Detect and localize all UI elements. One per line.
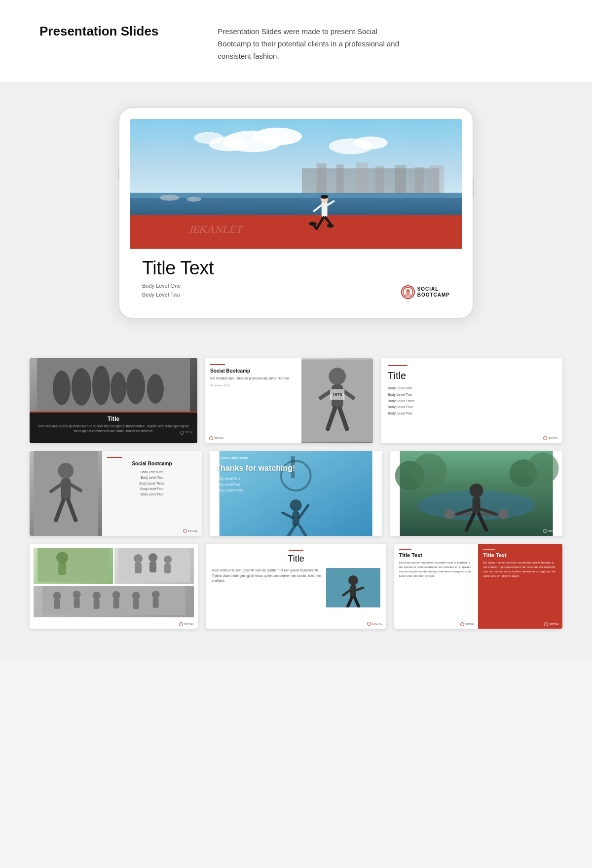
svg-point-86: [134, 554, 143, 563]
slides-row-3: SOCIAL Title Deze workout is zeer geschi…: [30, 544, 562, 629]
thumb8-red-line: [289, 550, 303, 551]
thumb5-levels: Body Level One Body Level Two Body Level…: [216, 476, 376, 493]
slides-row-2: Social Bootcamp Body Level One Body Leve…: [30, 451, 562, 536]
svg-rect-100: [113, 599, 119, 608]
slides-row-1: Title Deze workout is zeer geschikt voor…: [30, 358, 562, 443]
tablet-inner: JEKANLET: [130, 119, 462, 307]
thumb2-body: Het initiatief waar talent en profession…: [210, 376, 296, 381]
thumb4-red-line: [107, 457, 122, 458]
thumb4-levels: Body Level One Body Level Two Body Level…: [107, 469, 197, 496]
thumb4-logo: SOCIAL: [183, 529, 198, 533]
slide-thumb-4: Social Bootcamp Body Level One Body Leve…: [30, 451, 202, 536]
slides-grid: Title Deze workout is zeer geschikt voor…: [0, 343, 592, 661]
slide-thumb-3: Title Body Level One Body Level Two Body…: [381, 358, 562, 443]
svg-point-90: [164, 556, 172, 564]
thumb2-red-line: [210, 364, 225, 365]
svg-rect-104: [153, 598, 159, 608]
svg-rect-91: [164, 564, 171, 573]
thumb9-white-line: [483, 549, 495, 550]
svg-point-18: [186, 197, 201, 202]
thumb2-date: 31 oktober 2018: [210, 384, 296, 387]
header-section: Presentation Slides Presentation Slides …: [0, 0, 592, 82]
svg-rect-89: [149, 562, 156, 572]
svg-text:1673: 1673: [333, 393, 342, 398]
thumb2-logo: SOCIAL: [209, 436, 224, 440]
svg-point-101: [132, 592, 140, 600]
slide-hero-image: JEKANLET: [130, 119, 462, 247]
thumb7-cell-3: [34, 586, 194, 617]
slide-thumb-1: Title Deze workout is zeer geschikt voor…: [30, 358, 197, 443]
page-title: Presentation Slides: [39, 24, 158, 39]
svg-rect-8: [317, 163, 327, 195]
thumb8-inset-photo: [326, 568, 380, 607]
svg-point-95: [73, 591, 81, 599]
thumb1-body: Deze workout is zeer geschikt voor de sp…: [35, 424, 192, 433]
svg-point-30: [327, 224, 334, 228]
thumb2-photo: 1673: [301, 358, 373, 443]
slide-title: Title Text: [142, 258, 214, 279]
svg-point-23: [321, 195, 329, 199]
tablet-button-left: [118, 167, 119, 180]
slide-thumb-5: SOCIAL BOOTCAMP Thanks for watching! Bod…: [210, 451, 382, 536]
svg-rect-94: [54, 599, 60, 609]
svg-rect-96: [74, 598, 80, 608]
tablet-frame: JEKANLET: [118, 107, 474, 319]
svg-rect-84: [58, 563, 66, 575]
brand-logo-icon: [401, 285, 415, 299]
svg-rect-107: [350, 585, 356, 598]
tablet-section: JEKANLET: [0, 82, 592, 343]
svg-rect-13: [415, 167, 424, 195]
svg-point-103: [152, 591, 160, 599]
thumb6-logo: SOCIAL: [543, 529, 558, 533]
brand-name: SOCIAL BOOTCAMP: [417, 286, 450, 298]
hero-scene-svg: JEKANLET: [130, 119, 462, 247]
thumb9-title-a: Title Text: [399, 552, 474, 558]
svg-rect-53: [61, 478, 71, 500]
slide-thumb-7: SOCIAL: [30, 544, 198, 629]
slide-body-level-one: Body Level One Body Level Two: [142, 282, 214, 299]
svg-point-88: [148, 553, 157, 562]
tablet-button-right: [473, 177, 474, 197]
header-description: Presentation Slides were made to present…: [218, 24, 405, 62]
thumb3-body-list: Body Level One Body Level Two Body Level…: [388, 385, 555, 416]
thumb9-white-col: Title Text De beste manier om deze resul…: [394, 544, 479, 629]
thumb3-logo: SOCIAL: [543, 436, 558, 440]
thumb9-red-line: [399, 549, 411, 550]
svg-point-83: [56, 552, 68, 564]
svg-point-43: [329, 368, 346, 385]
slide-thumb-2: Social Bootcamp Het initiatief waar tale…: [205, 358, 373, 443]
thumb1-title: Title: [35, 415, 192, 422]
slide-thumb-9: Title Text De beste manier om deze resul…: [394, 544, 562, 629]
thumb4-title: Social Bootcamp: [107, 461, 197, 466]
svg-rect-19: [130, 215, 462, 247]
svg-point-33: [405, 293, 411, 296]
thumb7-cell-2: [114, 548, 194, 584]
slide-content-bar: Title Text Body Level One Body Level Two: [130, 247, 462, 307]
thumb8-body: Deze workout is zeer geschikt voor de sp…: [212, 568, 322, 583]
svg-point-29: [309, 222, 317, 226]
svg-point-2: [253, 128, 302, 146]
thumb9-title-b: Title Text: [483, 552, 557, 558]
thumb9-logo-b: SOCIAL: [544, 622, 559, 626]
svg-rect-11: [375, 166, 384, 195]
runners-photo: [30, 358, 197, 412]
thumb3-title: Title: [388, 370, 555, 381]
thumb9-body-b: De beste manier om deze resultaten vast …: [483, 561, 557, 578]
thumb4-photo: [30, 451, 102, 536]
thumb8-title: Title: [212, 554, 380, 564]
svg-point-76: [444, 509, 454, 519]
thumb7-logo: SOCIAL: [179, 622, 194, 626]
svg-point-52: [58, 463, 74, 479]
svg-point-99: [112, 591, 120, 599]
svg-point-6: [194, 132, 223, 144]
svg-rect-12: [395, 165, 406, 195]
svg-rect-10: [356, 162, 368, 195]
svg-point-17: [160, 195, 180, 201]
svg-point-93: [53, 592, 61, 600]
thumb5-content: SOCIAL BOOTCAMP Thanks for watching! Bod…: [210, 451, 382, 536]
thumb6-photo: [390, 451, 562, 536]
svg-rect-21: [322, 200, 328, 218]
thumb1-logo: SOCIAL: [180, 431, 193, 435]
svg-rect-82: [37, 548, 109, 582]
thumb5-logo-top: SOCIAL BOOTCAMP: [216, 456, 376, 460]
